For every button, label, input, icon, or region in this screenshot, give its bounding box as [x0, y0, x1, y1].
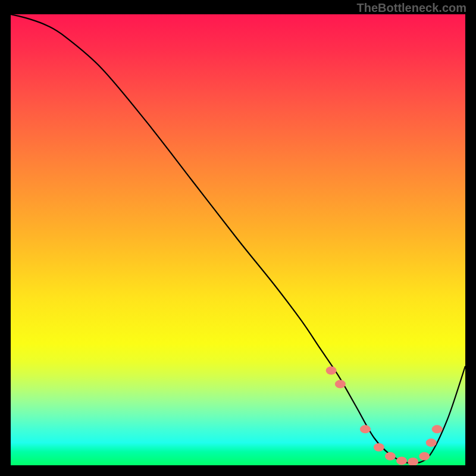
marker-dot [419, 452, 430, 461]
marker-dot [396, 456, 407, 465]
marker-dot [335, 380, 346, 389]
marker-dot [385, 452, 396, 461]
marker-dot [426, 439, 437, 447]
chart-svg [11, 14, 465, 465]
marker-dot [326, 367, 337, 375]
bottleneck-curve-line [11, 14, 465, 463]
chart-plot-area [11, 14, 465, 465]
marker-dot [408, 458, 418, 465]
marker-dot [374, 443, 384, 452]
marker-dot [432, 425, 443, 433]
marker-dots-group [326, 367, 443, 465]
watermark-text: TheBottleneck.com [357, 1, 466, 15]
marker-dot [360, 425, 371, 433]
